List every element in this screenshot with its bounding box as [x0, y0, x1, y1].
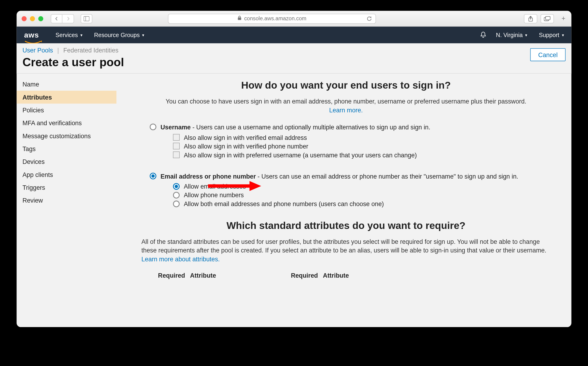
page-title: Create a user pool: [22, 56, 566, 69]
radio-username[interactable]: [150, 123, 156, 130]
url-host: console.aws.amazon.com: [244, 15, 306, 22]
sidebar-item-policies[interactable]: Policies: [16, 104, 116, 116]
attrs-table-header: Required Attribute Required Attribute: [141, 272, 551, 279]
radio-username-label: Username - Users can use a username and …: [161, 123, 430, 132]
nav-services-label: Services: [55, 32, 78, 38]
radio-allow-both[interactable]: [173, 200, 180, 207]
attrs-learn-more-link[interactable]: Learn more about attributes.: [141, 256, 220, 262]
aws-logo[interactable]: aws: [24, 30, 39, 39]
forward-button[interactable]: [62, 14, 74, 23]
radio-email-phone[interactable]: [150, 173, 156, 179]
sidebar-item-triggers[interactable]: Triggers: [16, 181, 116, 194]
window-controls: [22, 16, 43, 21]
sidebar-item-name[interactable]: Name: [16, 78, 116, 91]
standard-attributes-section: Which standard attributes do you want to…: [141, 220, 551, 279]
sidebar-item-attributes[interactable]: Attributes: [16, 91, 116, 104]
chevron-down-icon: ▾: [80, 33, 82, 37]
nav-back-forward: [51, 14, 74, 23]
col-required: Required: [158, 272, 185, 279]
breadcrumb-sep: |: [57, 47, 59, 54]
attrs-heading: Which standard attributes do you want to…: [141, 220, 551, 231]
nav-resource-groups-label: Resource Groups: [94, 32, 140, 38]
browser-window: console.aws.amazon.com +: [16, 11, 571, 327]
checkbox[interactable]: [173, 134, 180, 141]
svg-rect-5: [546, 16, 550, 20]
cancel-button[interactable]: Cancel: [530, 48, 566, 61]
share-button[interactable]: [524, 14, 537, 23]
sidebar-item-review[interactable]: Review: [16, 194, 116, 207]
tabs-button[interactable]: [541, 14, 554, 23]
address-bar[interactable]: console.aws.amazon.com: [168, 14, 376, 23]
page-header: User Pools | Federated Identities Create…: [16, 43, 571, 74]
aws-top-nav: aws Services ▾ Resource Groups ▾: [16, 27, 571, 43]
nav-services[interactable]: Services ▾: [55, 32, 82, 38]
wizard-sidebar: Name Attributes Policies MFA and verific…: [16, 74, 116, 327]
sidebar-toggle-button[interactable]: [81, 14, 92, 23]
reload-icon[interactable]: [366, 16, 372, 23]
nav-support-label: Support: [539, 32, 559, 38]
nav-region-label: N. Virginia: [496, 32, 523, 38]
svg-rect-0: [84, 16, 89, 21]
signin-lead: You can choose to have users sign in wit…: [158, 97, 534, 114]
check-verified-email[interactable]: Also allow sign in with verified email a…: [173, 134, 551, 141]
svg-rect-2: [238, 17, 241, 20]
zoom-window-button[interactable]: [38, 16, 43, 21]
nav-support[interactable]: Support ▾: [539, 32, 564, 38]
close-window-button[interactable]: [22, 16, 27, 21]
radio-allow-phone[interactable]: [173, 192, 180, 198]
col-attribute-2: Attribute: [323, 272, 349, 279]
nav-region[interactable]: N. Virginia ▾: [496, 32, 527, 38]
signin-heading: How do you want your end users to sign i…: [141, 79, 551, 91]
chevron-down-icon: ▾: [562, 33, 564, 37]
sidebar-item-devices[interactable]: Devices: [16, 155, 116, 168]
checkbox[interactable]: [173, 143, 180, 149]
new-tab-button[interactable]: +: [559, 14, 568, 23]
aws-smile-icon: [24, 38, 39, 41]
sidebar-item-app-clients[interactable]: App clients: [16, 168, 116, 181]
checkbox[interactable]: [173, 152, 180, 158]
breadcrumb-federated: Federated Identities: [63, 47, 119, 54]
chevron-down-icon: ▾: [525, 33, 527, 37]
annotation-arrow: [208, 180, 261, 192]
back-button[interactable]: [51, 14, 62, 23]
check-preferred-username[interactable]: Also allow sign in with preferred userna…: [173, 151, 551, 158]
sub-allow-both[interactable]: Allow both email addresses and phone num…: [173, 200, 551, 207]
signin-learn-more-link[interactable]: Learn more.: [329, 107, 363, 114]
signin-option-username[interactable]: Username - Users can use a username and …: [150, 123, 542, 132]
col-required-2: Required: [291, 272, 318, 279]
browser-titlebar: console.aws.amazon.com +: [16, 11, 571, 27]
notifications-icon[interactable]: [479, 31, 487, 39]
radio-allow-email[interactable]: [173, 183, 180, 190]
svg-marker-7: [250, 181, 261, 191]
col-attribute: Attribute: [190, 272, 216, 279]
attrs-lead: All of the standard attributes can be us…: [141, 237, 551, 263]
sidebar-item-mfa[interactable]: MFA and verifications: [16, 117, 116, 129]
check-verified-phone[interactable]: Also allow sign in with verified phone n…: [173, 142, 551, 149]
breadcrumb-user-pools[interactable]: User Pools: [22, 47, 53, 54]
sidebar-item-tags[interactable]: Tags: [16, 142, 116, 155]
chevron-down-icon: ▾: [142, 33, 144, 37]
page-body: Name Attributes Policies MFA and verific…: [16, 74, 571, 327]
toolbar-right: +: [524, 14, 568, 23]
nav-resource-groups[interactable]: Resource Groups ▾: [94, 32, 144, 38]
sub-allow-phone[interactable]: Allow phone numbers: [173, 191, 551, 198]
sidebar-item-message-customizations[interactable]: Message customizations: [16, 129, 116, 142]
main-panel: How do you want your end users to sign i…: [117, 74, 572, 327]
minimize-window-button[interactable]: [30, 16, 35, 21]
lock-icon: [238, 15, 242, 22]
